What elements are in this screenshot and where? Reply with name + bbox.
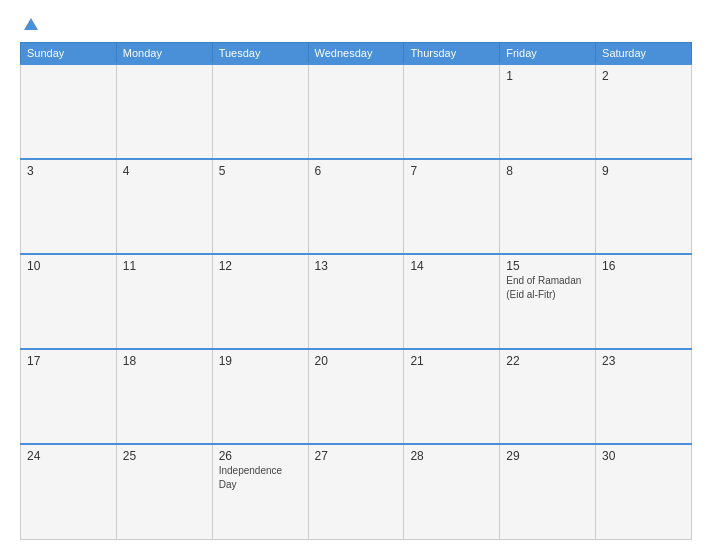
calendar-table: SundayMondayTuesdayWednesdayThursdayFrid… <box>20 42 692 540</box>
calendar-cell: 18 <box>116 349 212 444</box>
day-number: 2 <box>602 69 685 83</box>
calendar-cell: 13 <box>308 254 404 349</box>
day-number: 25 <box>123 449 206 463</box>
day-number: 6 <box>315 164 398 178</box>
day-number: 20 <box>315 354 398 368</box>
day-number: 16 <box>602 259 685 273</box>
day-number: 24 <box>27 449 110 463</box>
calendar-cell: 11 <box>116 254 212 349</box>
calendar-cell: 29 <box>500 444 596 539</box>
calendar-week-row: 242526Independence Day27282930 <box>21 444 692 539</box>
calendar-cell: 7 <box>404 159 500 254</box>
calendar-cell <box>212 64 308 159</box>
day-number: 27 <box>315 449 398 463</box>
event-label: Independence Day <box>219 465 282 490</box>
day-number: 9 <box>602 164 685 178</box>
calendar-cell: 28 <box>404 444 500 539</box>
day-number: 21 <box>410 354 493 368</box>
weekday-header-row: SundayMondayTuesdayWednesdayThursdayFrid… <box>21 43 692 65</box>
calendar-cell: 9 <box>596 159 692 254</box>
header <box>20 18 692 30</box>
calendar-cell: 10 <box>21 254 117 349</box>
day-number: 5 <box>219 164 302 178</box>
day-number: 14 <box>410 259 493 273</box>
day-number: 11 <box>123 259 206 273</box>
day-number: 1 <box>506 69 589 83</box>
calendar-cell: 27 <box>308 444 404 539</box>
weekday-header-sunday: Sunday <box>21 43 117 65</box>
day-number: 7 <box>410 164 493 178</box>
weekday-header-thursday: Thursday <box>404 43 500 65</box>
weekday-header-tuesday: Tuesday <box>212 43 308 65</box>
calendar-cell: 20 <box>308 349 404 444</box>
day-number: 30 <box>602 449 685 463</box>
calendar-cell: 25 <box>116 444 212 539</box>
calendar-cell: 17 <box>21 349 117 444</box>
calendar-cell: 23 <box>596 349 692 444</box>
day-number: 12 <box>219 259 302 273</box>
day-number: 13 <box>315 259 398 273</box>
weekday-header-monday: Monday <box>116 43 212 65</box>
calendar-cell: 26Independence Day <box>212 444 308 539</box>
day-number: 26 <box>219 449 302 463</box>
calendar-cell: 6 <box>308 159 404 254</box>
day-number: 22 <box>506 354 589 368</box>
calendar-week-row: 12 <box>21 64 692 159</box>
day-number: 4 <box>123 164 206 178</box>
day-number: 3 <box>27 164 110 178</box>
day-number: 15 <box>506 259 589 273</box>
weekday-header-friday: Friday <box>500 43 596 65</box>
calendar-cell: 8 <box>500 159 596 254</box>
calendar-cell: 19 <box>212 349 308 444</box>
calendar-week-row: 101112131415End of Ramadan (Eid al-Fitr)… <box>21 254 692 349</box>
logo <box>20 18 42 30</box>
calendar-cell: 4 <box>116 159 212 254</box>
weekday-header-wednesday: Wednesday <box>308 43 404 65</box>
calendar-cell: 24 <box>21 444 117 539</box>
calendar-cell: 2 <box>596 64 692 159</box>
calendar-cell: 12 <box>212 254 308 349</box>
calendar-cell: 22 <box>500 349 596 444</box>
calendar-cell <box>21 64 117 159</box>
page: SundayMondayTuesdayWednesdayThursdayFrid… <box>0 0 712 550</box>
day-number: 28 <box>410 449 493 463</box>
calendar-cell: 16 <box>596 254 692 349</box>
event-label: End of Ramadan (Eid al-Fitr) <box>506 275 581 300</box>
calendar-week-row: 3456789 <box>21 159 692 254</box>
calendar-cell <box>116 64 212 159</box>
day-number: 23 <box>602 354 685 368</box>
calendar-cell: 3 <box>21 159 117 254</box>
day-number: 19 <box>219 354 302 368</box>
day-number: 8 <box>506 164 589 178</box>
day-number: 29 <box>506 449 589 463</box>
calendar-cell <box>404 64 500 159</box>
calendar-cell: 30 <box>596 444 692 539</box>
day-number: 17 <box>27 354 110 368</box>
calendar-cell <box>308 64 404 159</box>
calendar-cell: 15End of Ramadan (Eid al-Fitr) <box>500 254 596 349</box>
weekday-header-saturday: Saturday <box>596 43 692 65</box>
day-number: 18 <box>123 354 206 368</box>
calendar-cell: 1 <box>500 64 596 159</box>
calendar-cell: 21 <box>404 349 500 444</box>
calendar-week-row: 17181920212223 <box>21 349 692 444</box>
calendar-cell: 14 <box>404 254 500 349</box>
calendar-cell: 5 <box>212 159 308 254</box>
day-number: 10 <box>27 259 110 273</box>
logo-triangle-icon <box>24 18 38 30</box>
